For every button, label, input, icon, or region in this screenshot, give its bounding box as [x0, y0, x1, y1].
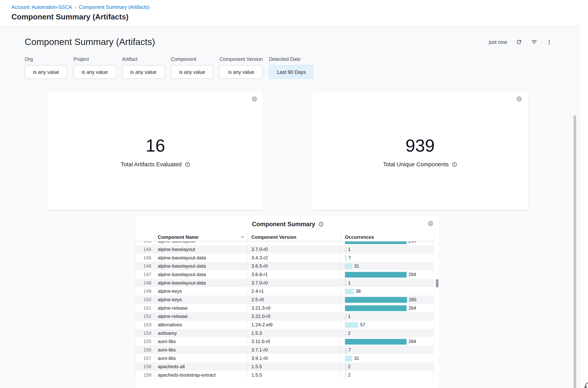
filter-group: Detected DateLast 90 Days [269, 56, 314, 79]
filter-detected-date-button[interactable]: Last 90 Days [269, 65, 314, 79]
row-index: 158 [136, 363, 155, 371]
occurrences-cell: 2 [341, 363, 434, 371]
filter-label: Component Version [219, 56, 263, 62]
component-version-cell [247, 241, 341, 245]
table-row[interactable]: 145alpine-baselayout-data3.4.3-r27 [136, 254, 434, 262]
column-header-occurrences[interactable]: Occurrences [341, 233, 434, 241]
info-icon[interactable] [452, 162, 457, 167]
filter-group: Componentis any value [171, 56, 213, 79]
table-title: Component Summary [252, 221, 315, 228]
filter-label: Detected Date [269, 56, 314, 62]
occurrence-value: 1 [348, 247, 350, 252]
sort-ascending-icon [240, 235, 245, 240]
filter-label: Org [25, 56, 67, 62]
filter-group: Artifactis any value [122, 56, 165, 79]
info-icon[interactable] [185, 162, 190, 167]
table-row[interactable]: 152alpine-release3.22.0-r01 [136, 312, 434, 321]
component-name-cell: alpine-baselayout-data [155, 262, 247, 270]
page-scrollbar-thumb[interactable] [573, 116, 576, 388]
occurrence-bar [345, 305, 407, 311]
row-index: 149 [136, 287, 155, 295]
component-name-cell: antisamy [155, 329, 247, 337]
occurrences-cell: 1 [341, 312, 434, 321]
table-row[interactable]: 157aom-libs3.9.1-r031 [136, 354, 434, 363]
occurrences-cell: 264 [341, 337, 434, 346]
occurrence-value: 31 [354, 356, 359, 361]
occurrence-value: 264 [409, 272, 416, 277]
table-row[interactable]: 144alpine-baselayout3.7.0-r01 [136, 245, 434, 254]
component-version-cell: 3.4.3-r2 [247, 254, 341, 262]
table-row[interactable]: 147alpine-baselayout-data3.6.8-r1264 [136, 270, 434, 279]
table-row[interactable]: 146alpine-baselayout-data3.6.5-r031 [136, 262, 434, 270]
occurrences-cell: 264 [341, 241, 434, 245]
total-artifacts-card: 16 Total Artifacts Evaluated [47, 91, 263, 210]
refresh-icon[interactable] [516, 39, 522, 45]
occurrences-cell: 1 [341, 279, 434, 287]
table-row[interactable]: 159apacheds-bootstrap-extract1.5.52 [136, 371, 434, 379]
component-version-cell: 1.5.3 [247, 329, 341, 337]
table-row[interactable]: 158apacheds-all1.5.52 [136, 363, 434, 371]
metric-label: Total Artifacts Evaluated [121, 161, 182, 168]
occurrences-cell: 31 [341, 354, 434, 363]
table-body: 143alpine-baselayout264144alpine-baselay… [136, 241, 434, 379]
filter-artifact-button[interactable]: is any value [122, 65, 165, 79]
filter-icon[interactable] [531, 39, 537, 45]
component-version-cell: 3.22.0-r0 [247, 312, 341, 321]
occurrence-bar [345, 322, 358, 328]
table-row[interactable]: 143alpine-baselayout264 [136, 241, 434, 245]
table-row[interactable]: 155aom-libs3.11.0-r0264 [136, 337, 434, 346]
table-row[interactable]: 156aom-libs3.7.1-r07 [136, 346, 434, 354]
breadcrumb-account-link[interactable]: Account: Automation-SSCA [11, 4, 72, 10]
component-version-cell: 3.7.1-r0 [247, 346, 341, 354]
occurrences-cell: 31 [341, 262, 434, 270]
occurrence-value: 1 [348, 280, 350, 286]
filter-component-version-button[interactable]: is any value [219, 65, 263, 79]
kebab-menu-icon[interactable] [546, 39, 552, 45]
component-name-cell: alpine-keys [155, 287, 247, 295]
filter-component-button[interactable]: is any value [171, 65, 213, 79]
component-version-cell: 1.24-2.el9 [247, 321, 341, 329]
breadcrumb-page-link[interactable]: Component Summary (Artifacts) [79, 4, 150, 10]
component-version-cell: 3.21.3-r0 [247, 304, 341, 312]
component-name-cell: aom-libs [155, 346, 247, 354]
column-header-component-version[interactable]: Component Version [247, 233, 341, 241]
component-version-cell: 3.11.0-r0 [247, 337, 341, 346]
component-name-cell: alpine-baselayout [155, 245, 247, 254]
table-scrollbar-thumb[interactable] [436, 279, 438, 288]
table-row[interactable]: 149alpine-keys2.4-r138 [136, 287, 434, 295]
row-index: 156 [136, 346, 155, 354]
dashboard-actions: just now [489, 39, 552, 45]
globe-icon[interactable] [516, 96, 522, 104]
breadcrumb: Account: Automation-SSCA › Component Sum… [11, 4, 150, 10]
row-index: 151 [136, 304, 155, 312]
globe-icon[interactable] [251, 96, 258, 104]
app-window: Account: Automation-SSCA › Component Sum… [0, 0, 588, 388]
row-index: 157 [136, 354, 155, 363]
total-unique-components-card: 939 Total Unique Components [312, 91, 528, 210]
component-name-cell: alpine-baselayout-data [155, 254, 247, 262]
component-name-cell: alpine-baselayout-data [155, 270, 247, 279]
occurrences-cell: 1 [341, 245, 434, 254]
filter-project-button[interactable]: is any value [73, 65, 116, 79]
filter-label: Component [171, 56, 213, 62]
chevron-right-icon: › [75, 4, 76, 10]
table-row[interactable]: 150alpine-keys2.5-r0265 [136, 295, 434, 304]
filter-org-button[interactable]: is any value [25, 65, 67, 79]
column-header-component-name[interactable]: Component Name [155, 233, 247, 241]
info-icon[interactable] [318, 222, 324, 227]
support-headset-icon[interactable] [584, 381, 588, 388]
table-row[interactable]: 151alpine-release3.21.3-r0264 [136, 304, 434, 312]
occurrence-bar [345, 247, 346, 252]
table-row[interactable]: 154antisamy1.5.32 [136, 329, 434, 337]
occurrence-value: 264 [409, 339, 416, 344]
occurrence-bar [345, 289, 354, 294]
table-row[interactable]: 148alpine-baselayout-data3.7.0-r01 [136, 279, 434, 287]
occurrences-cell: 265 [341, 295, 434, 304]
occurrences-cell: 2 [341, 329, 434, 337]
table-row[interactable]: 153alternatives1.24-2.el957 [136, 321, 434, 329]
component-name-cell: alpine-baselayout-data [155, 279, 247, 287]
occurrence-bar [345, 263, 352, 269]
column-label: Component Name [158, 234, 198, 240]
occurrences-cell: 264 [341, 304, 434, 312]
row-index: 155 [136, 337, 155, 346]
